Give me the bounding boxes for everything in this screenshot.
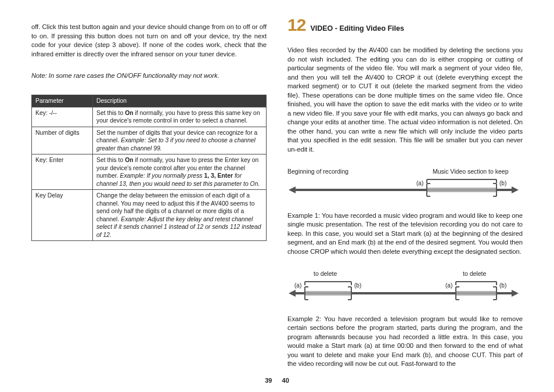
page-spread: off. Click this test button again and yo… [0,0,554,392]
table-row: Key: Enter Set this to On if normally, y… [32,154,267,190]
svg-marker-6 [512,290,519,297]
desc-example: Example: Set to 3 if you need to choose … [96,137,256,152]
svg-marker-2 [512,186,519,193]
desc-cell: Set this to On if normally, you have to … [93,107,267,127]
section-header: 12 VIDEO - Editing Video Files [287,16,523,34]
section-title: VIDEO - Editing Video Files [310,24,404,33]
table-header-description: Description [93,95,267,107]
desc-example-bold: 1, 3, Enter [204,172,233,179]
desc-bold: On [125,157,133,163]
parameter-table: Parameter Description Key: -/-- Set this… [31,95,267,241]
page-numbers: 39 40 [0,377,554,384]
diagram2-b1: (b) [354,282,361,289]
example2-paragraph: Example 2: You have recorded a televisio… [287,315,523,369]
param-cell: Number of digits [32,127,93,154]
page-number-right: 40 [282,377,289,384]
diagram2-delete-right: to delete [463,270,486,277]
param-cell: Key: Enter [32,154,93,190]
right-page: 12 VIDEO - Editing Video Files Video fil… [277,16,539,380]
diagram1-right-label: Music Video section to keep [433,168,509,175]
svg-rect-7 [305,291,351,296]
diagram2-a1: (a) [294,282,301,289]
right-intro-paragraph: Video files recorded by the AV400 can be… [287,46,523,154]
page-number-left: 39 [265,377,272,384]
example1-paragraph: Example 1: You have recorded a music vid… [287,211,523,257]
diagram1-b: (b) [499,180,506,186]
diagram1-left-label: Beginning of recording [287,168,348,175]
diagram2-delete-left: to delete [314,270,337,277]
diagram1-a: (a) [416,180,423,186]
table-header-parameter: Parameter [32,95,93,107]
desc-example: Example: Adjust the key delay and retest… [96,216,261,238]
table-row: Number of digits Set the number of digit… [32,127,267,154]
left-note: Note: In some rare cases the ON/OFF func… [31,71,267,81]
table-row: Key: -/-- Set this to On if normally, yo… [32,107,267,127]
diagram2-a2: (a) [445,282,452,289]
desc-text: Set this to [96,157,125,163]
left-page: off. Click this test button again and yo… [15,16,277,380]
svg-rect-3 [427,188,497,192]
param-cell: Key: -/-- [32,107,93,127]
diagram-crop: Beginning of recording Music Video secti… [287,168,523,202]
table-row: Key Delay Change the delay between the e… [32,190,267,241]
svg-rect-8 [456,291,497,296]
desc-cell: Set this to On if normally, you have to … [93,154,267,190]
desc-text: Set this to [96,110,125,116]
desc-cell: Change the delay between the emission of… [93,190,267,241]
desc-example: Example: If you normally press 1, 3, Ent… [96,172,260,187]
section-number: 12 [287,16,305,34]
diagram2-b2: (b) [499,282,506,289]
param-cell: Key Delay [32,190,93,241]
desc-cell: Set the number of digits that your devic… [93,127,267,154]
diagram-cut: to delete to delete (a) (b) (a) (b) [287,270,523,305]
desc-bold: On [125,110,133,116]
left-intro-paragraph: off. Click this test button again and yo… [31,23,267,59]
